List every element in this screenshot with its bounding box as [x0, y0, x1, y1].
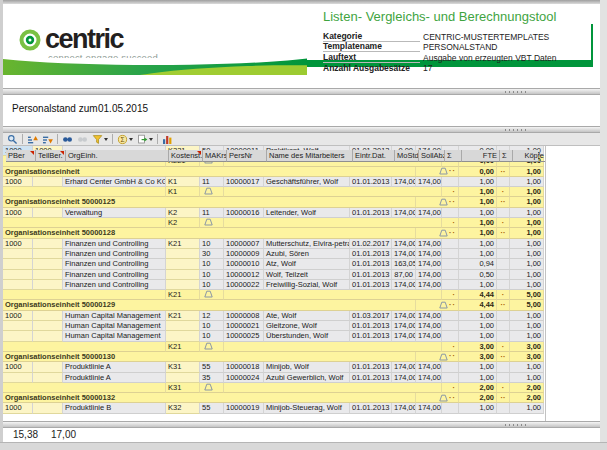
cell[interactable]: K31: [166, 362, 200, 372]
cell[interactable]: 1,00: [510, 249, 544, 259]
cell[interactable]: [33, 259, 63, 269]
cell[interactable]: [166, 270, 200, 280]
cell[interactable]: 01.01.2013: [350, 208, 392, 218]
cell[interactable]: 174,00: [392, 373, 416, 383]
cell[interactable]: [497, 321, 510, 331]
cell[interactable]: 01.01.2013: [350, 249, 392, 259]
cell[interactable]: 10: [200, 259, 224, 269]
cell[interactable]: 1000: [3, 403, 33, 413]
subtotal-collapse-icon[interactable]: [439, 353, 448, 361]
cell[interactable]: [3, 373, 33, 383]
column-header-pber[interactable]: PBer: [6, 150, 36, 162]
cell[interactable]: 01.01.2013: [350, 373, 392, 383]
cell[interactable]: 174,00: [392, 321, 416, 331]
cell[interactable]: [33, 270, 63, 280]
export-button[interactable]: [135, 133, 155, 145]
cell[interactable]: 1,00: [510, 280, 544, 290]
graphic-button[interactable]: [160, 133, 175, 145]
cell[interactable]: K1: [166, 177, 200, 187]
cell[interactable]: 1,00: [459, 239, 497, 249]
subtotal-row[interactable]: K21·4,44·5,00: [3, 290, 545, 300]
cell[interactable]: 10000025: [224, 331, 264, 341]
subtotal-row[interactable]: K2·1,00·1,00: [3, 218, 545, 228]
cell[interactable]: K2: [166, 208, 200, 218]
cell[interactable]: [166, 321, 200, 331]
cell[interactable]: 10000009: [224, 249, 264, 259]
horizontal-splitter[interactable]: [0, 421, 607, 428]
cell[interactable]: 55: [200, 362, 224, 372]
column-header-sollabz[interactable]: SollAbz: [419, 150, 445, 162]
subtotal-row[interactable]: K31·2,00·2,00: [3, 383, 545, 393]
cell[interactable]: 174,00: [416, 208, 442, 218]
cell[interactable]: [33, 321, 63, 331]
cell[interactable]: Wolf, Teilzeit: [264, 270, 350, 280]
cell[interactable]: Gleitzone, Wolf: [264, 321, 350, 331]
cell[interactable]: 1,00: [510, 177, 544, 187]
cell[interactable]: 35: [200, 373, 224, 383]
cell[interactable]: 01.01.2013: [350, 177, 392, 187]
cell[interactable]: 1,00: [459, 280, 497, 290]
cell[interactable]: 01.01.2013: [350, 331, 392, 341]
cell[interactable]: 1000: [3, 362, 33, 372]
details-button[interactable]: [5, 133, 20, 145]
cell[interactable]: [497, 208, 510, 218]
cell[interactable]: 174,00: [416, 280, 442, 290]
cell[interactable]: Finanzen und Controlling: [63, 280, 166, 290]
cell[interactable]: [166, 331, 200, 341]
cell[interactable]: 1,00: [459, 311, 497, 321]
column-header-fte[interactable]: FTE: [462, 150, 500, 162]
group-total-row[interactable]: Organisationseinheit 50000132··2,00··2,0…: [3, 393, 545, 403]
subtotal-collapse-icon[interactable]: [439, 229, 448, 237]
cell[interactable]: Verwaltung: [63, 208, 166, 218]
cell[interactable]: 10: [200, 321, 224, 331]
cell[interactable]: [497, 259, 510, 269]
find-button[interactable]: [60, 133, 75, 145]
cell[interactable]: 01.01.2013: [350, 259, 392, 269]
cell[interactable]: [3, 259, 33, 269]
cell[interactable]: Ate, Wolf: [264, 311, 350, 321]
cell[interactable]: 174,00: [392, 208, 416, 218]
cell[interactable]: [33, 208, 63, 218]
cell[interactable]: 1,00: [510, 208, 544, 218]
cell[interactable]: 10: [200, 270, 224, 280]
cell[interactable]: [497, 373, 510, 383]
cell[interactable]: [442, 403, 459, 413]
cell[interactable]: 10: [200, 331, 224, 341]
cell[interactable]: [3, 331, 33, 341]
cell[interactable]: [497, 403, 510, 413]
cell[interactable]: Mutterschutz, Elvira-petra: [264, 239, 350, 249]
group-total-row[interactable]: Organisationseinheit 50000128··1,00··1,0…: [3, 228, 545, 238]
cell[interactable]: 174,00: [416, 270, 442, 280]
cell[interactable]: Finanzen und Controlling: [63, 259, 166, 269]
cell[interactable]: 01.01.2013: [350, 403, 392, 413]
cell[interactable]: 174,00: [392, 177, 416, 187]
column-header-eintrdat[interactable]: Eintr.Dat.: [353, 150, 395, 162]
cell[interactable]: 1,00: [510, 270, 544, 280]
cell[interactable]: 1,00: [459, 331, 497, 341]
cell[interactable]: 10000008: [224, 311, 264, 321]
cell[interactable]: Leitender, Wolf: [264, 208, 350, 218]
cell[interactable]: 10000016: [224, 208, 264, 218]
cell[interactable]: 10000010: [224, 259, 264, 269]
cell[interactable]: [497, 239, 510, 249]
cell[interactable]: 1,00: [459, 249, 497, 259]
cell[interactable]: 174,00: [416, 403, 442, 413]
cell[interactable]: [497, 177, 510, 187]
cell[interactable]: K32: [166, 403, 200, 413]
cell[interactable]: Erhard Center GmbH & Co KG: [63, 177, 166, 187]
cell[interactable]: 10000021: [224, 321, 264, 331]
cell[interactable]: 1,00: [510, 403, 544, 413]
sort-ascending-button[interactable]: [25, 133, 40, 145]
cell[interactable]: [442, 280, 459, 290]
cell[interactable]: [442, 362, 459, 372]
splitter-grip-icon[interactable]: [505, 129, 527, 131]
subtotal-collapse-icon[interactable]: [439, 198, 448, 206]
cell[interactable]: 174,00: [416, 259, 442, 269]
cell[interactable]: 174,00: [392, 311, 416, 321]
cell[interactable]: 174,00: [416, 331, 442, 341]
cell[interactable]: [497, 311, 510, 321]
cell[interactable]: 1000: [3, 177, 33, 187]
cell[interactable]: 1,00: [459, 208, 497, 218]
cell[interactable]: 1,00: [459, 373, 497, 383]
splitter-grip-icon[interactable]: [505, 424, 527, 426]
